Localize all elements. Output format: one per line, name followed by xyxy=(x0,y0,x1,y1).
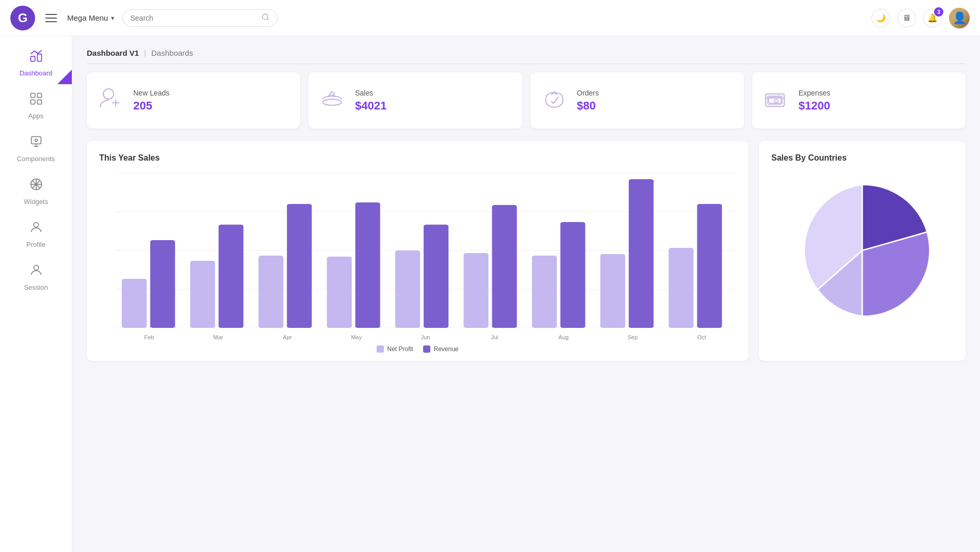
svg-point-19 xyxy=(103,89,114,99)
main-content: Dashboard V1 | Dashboards New Leads 205 xyxy=(72,36,980,552)
x-label-oct: Oct xyxy=(667,334,736,340)
stat-value-sales: $4021 xyxy=(355,99,386,113)
topnav: G Mega Menu ▾ 🌙 🖥 🔔 3 xyxy=(0,0,980,36)
sidebar: Dashboard Apps C xyxy=(0,36,72,552)
svg-point-17 xyxy=(34,223,38,227)
legend-dot-revenue xyxy=(423,345,430,353)
x-label-apr: Apr xyxy=(253,334,322,340)
svg-rect-42 xyxy=(190,261,215,328)
svg-rect-48 xyxy=(395,250,420,328)
stat-value-expenses: $1200 xyxy=(799,99,830,113)
svg-rect-43 xyxy=(219,225,243,328)
sidebar-label-components: Components xyxy=(17,155,55,163)
svg-point-18 xyxy=(34,265,38,270)
stats-row: New Leads 205 Sales $4021 xyxy=(87,72,966,129)
svg-rect-55 xyxy=(629,179,654,328)
sidebar-label-widgets: Widgets xyxy=(24,198,48,206)
sidebar-label-apps: Apps xyxy=(28,112,44,120)
profile-icon xyxy=(29,220,43,238)
main-layout: Dashboard Apps C xyxy=(0,36,980,552)
hamburger-button[interactable] xyxy=(43,12,59,24)
avatar xyxy=(949,8,970,28)
screen-button[interactable]: 🖥 xyxy=(897,9,916,27)
svg-rect-5 xyxy=(37,93,41,98)
expenses-icon: $ xyxy=(763,85,789,116)
search-input[interactable] xyxy=(130,14,257,22)
svg-point-0 xyxy=(262,14,268,20)
notification-badge: 3 xyxy=(934,7,943,17)
svg-point-9 xyxy=(35,139,37,141)
x-label-may: May xyxy=(322,334,391,340)
svg-rect-46 xyxy=(327,257,352,328)
svg-rect-41 xyxy=(150,240,175,328)
sidebar-item-components[interactable]: Components xyxy=(0,127,72,170)
dashboard-icon xyxy=(29,49,43,66)
search-box xyxy=(122,9,277,27)
sidebar-item-widgets[interactable]: Widgets xyxy=(0,170,72,213)
stat-card-expenses: $ Expenses $1200 xyxy=(752,72,966,129)
x-label-sep: Sep xyxy=(598,334,667,340)
legend-item-net-profit: Net Profit xyxy=(377,345,413,353)
breadcrumb-current: Dashboard V1 xyxy=(87,49,139,57)
stat-label-new-leads: New Leads xyxy=(133,89,169,97)
moon-button[interactable]: 🌙 xyxy=(872,9,890,27)
svg-rect-8 xyxy=(31,137,41,144)
nav-icons: 🌙 🖥 🔔 3 xyxy=(872,8,970,28)
legend-label-net-profit: Net Profit xyxy=(387,345,413,353)
stat-label-expenses: Expenses xyxy=(799,89,830,97)
chevron-down-icon: ▾ xyxy=(111,14,114,22)
new-leads-icon xyxy=(97,85,124,116)
search-icon xyxy=(261,13,270,23)
svg-rect-54 xyxy=(600,254,625,328)
svg-line-1 xyxy=(267,19,269,20)
bell-button[interactable]: 🔔 3 xyxy=(923,9,942,27)
svg-rect-47 xyxy=(355,202,380,328)
legend-dot-net-profit xyxy=(377,345,384,353)
stat-label-orders: Orders xyxy=(577,89,599,97)
legend-label-revenue: Revenue xyxy=(433,345,458,353)
svg-rect-2 xyxy=(30,56,35,61)
svg-rect-4 xyxy=(30,93,35,98)
svg-rect-56 xyxy=(668,248,693,328)
session-icon xyxy=(29,263,43,280)
stat-value-new-leads: 205 xyxy=(133,99,169,113)
mega-menu-button[interactable]: Mega Menu ▾ xyxy=(67,13,114,22)
apps-icon xyxy=(29,91,43,109)
pie-chart-title: Sales By Countries xyxy=(771,153,953,163)
bar-chart-card: This Year Sales 120 9 xyxy=(87,141,749,361)
svg-rect-53 xyxy=(561,222,585,328)
stat-info-expenses: Expenses $1200 xyxy=(799,89,830,113)
widgets-icon xyxy=(29,177,43,195)
sidebar-item-session[interactable]: Session xyxy=(0,256,72,298)
stat-info-new-leads: New Leads 205 xyxy=(133,89,169,113)
pie-chart-card: Sales By Countries xyxy=(759,141,966,361)
svg-rect-52 xyxy=(532,256,557,328)
sidebar-label-dashboard: Dashboard xyxy=(20,69,53,77)
sidebar-item-profile[interactable]: Profile xyxy=(0,213,72,256)
screen-icon: 🖥 xyxy=(903,13,911,23)
svg-rect-3 xyxy=(37,54,41,61)
pie-chart-container xyxy=(771,173,953,328)
sidebar-item-apps[interactable]: Apps xyxy=(0,84,72,127)
legend-item-revenue: Revenue xyxy=(423,345,458,353)
stat-info-orders: Orders $80 xyxy=(577,89,599,113)
svg-point-22 xyxy=(323,99,341,105)
breadcrumb-separator: | xyxy=(144,49,146,57)
x-label-jul: Jul xyxy=(460,334,529,340)
sidebar-item-dashboard[interactable]: Dashboard xyxy=(0,41,72,84)
charts-row: This Year Sales 120 9 xyxy=(87,141,966,361)
bar-chart-area: 120 90 60 30 0 xyxy=(99,173,736,349)
svg-rect-7 xyxy=(37,100,41,104)
avatar-button[interactable] xyxy=(949,8,970,28)
svg-rect-40 xyxy=(122,279,147,328)
pie-chart-svg xyxy=(790,178,935,323)
stat-value-orders: $80 xyxy=(577,99,599,113)
components-icon xyxy=(29,134,43,152)
sidebar-label-profile: Profile xyxy=(26,241,45,248)
svg-rect-49 xyxy=(424,225,448,328)
svg-rect-45 xyxy=(287,204,312,328)
breadcrumb: Dashboard V1 | Dashboards xyxy=(87,49,966,64)
svg-rect-44 xyxy=(258,256,283,328)
breadcrumb-parent: Dashboards xyxy=(151,49,193,57)
x-label-mar: Mar xyxy=(184,334,253,340)
